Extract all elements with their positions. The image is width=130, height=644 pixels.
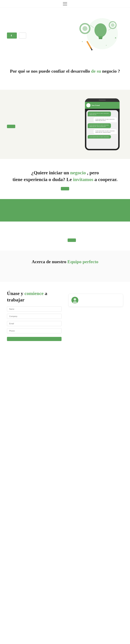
hero-primary-button[interactable]: ⬇: [7, 32, 17, 38]
download-icon: ⬇: [11, 34, 12, 37]
hero-left: ⬇: [7, 29, 26, 38]
about-section: Your Friend Lorem ipsum dolor sit amet c…: [0, 90, 130, 159]
chat-bubble-left2: Lorem ipsum dolor sit amet consectetur a…: [88, 123, 111, 128]
why-trust-title: Por qué se nos puede confiar el desarrol…: [7, 68, 123, 74]
join-left: Únase y comience a trabajar: [7, 290, 62, 341]
cta-btn[interactable]: [61, 187, 69, 190]
hamburger-menu[interactable]: [63, 2, 67, 6]
phone-group: [7, 328, 62, 334]
universities-layout: [7, 235, 123, 242]
why-trust-section: Por qué se nos puede confiar el desarrol…: [0, 60, 130, 90]
cta-section: ¿Quiere iniciar un negocio , perotiene e…: [0, 159, 130, 199]
universities-btn[interactable]: [68, 238, 76, 242]
email-group: [7, 321, 62, 326]
join-title: Únase y comience a trabajar: [7, 290, 62, 303]
chat-bubble-right1: Lorem ipsum dolor sit amet consectetur a…: [94, 118, 117, 122]
hero-video-button[interactable]: [19, 32, 26, 38]
team-section: Acerca de nuestro Equipo perfecto: [0, 250, 130, 282]
join-section: Únase y comience a trabajar: [0, 282, 130, 350]
hero-illustration: ✦ ✦ ●: [71, 15, 123, 53]
svg-rect-3: [99, 38, 102, 39]
company-input[interactable]: [7, 314, 62, 319]
phone-mockup: Your Friend Lorem ipsum dolor sit amet c…: [85, 98, 119, 150]
join-right: [68, 290, 123, 313]
svg-text:●: ●: [106, 44, 107, 46]
join-layout: Únase y comience a trabajar: [7, 290, 123, 341]
hero-image: ✦ ✦ ●: [71, 15, 123, 53]
phone-screen: Lorem ipsum dolor sit amet consectetur a…: [86, 110, 118, 149]
testimonial-card: [68, 294, 123, 306]
text-side: [68, 235, 123, 242]
svg-point-1: [94, 23, 107, 37]
top-nav: [0, 0, 130, 8]
chat-bubble-right2: Lorem ipsum dolor sit amet consectetur a…: [94, 129, 117, 134]
svg-rect-2: [98, 36, 103, 38]
name-input[interactable]: [7, 306, 62, 312]
svg-text:✦: ✦: [81, 40, 83, 43]
svg-text:✦: ✦: [114, 36, 117, 40]
chat-bubble-left3: Lorem ipsum dolor sit amet consectetur.: [88, 135, 111, 138]
cta-title: ¿Quiere iniciar un negocio , perotiene e…: [7, 169, 123, 183]
universities-section: [0, 222, 130, 250]
footer-note: [0, 350, 130, 356]
chat-bubble-left1: Lorem ipsum dolor sit amet consectetur a…: [88, 112, 111, 116]
team-title: Acerca de nuestro Equipo perfecto: [7, 259, 123, 264]
name-group: [7, 306, 62, 312]
svg-point-16: [74, 298, 76, 300]
submit-button[interactable]: [7, 337, 62, 341]
phone-input[interactable]: [7, 328, 62, 334]
hero-section: ⬇: [0, 8, 130, 60]
svg-point-5: [82, 26, 87, 31]
hero-buttons: ⬇: [7, 32, 26, 38]
about-btn[interactable]: [7, 125, 15, 128]
svg-point-7: [111, 23, 114, 27]
accordion-side: [7, 235, 62, 242]
join-form: [7, 306, 62, 341]
company-group: [7, 314, 62, 319]
email-input[interactable]: [7, 321, 62, 326]
testimonial-avatar-svg: [71, 297, 78, 304]
about-right: Your Friend Lorem ipsum dolor sit amet c…: [85, 98, 123, 150]
pricing-section: [0, 199, 130, 222]
testimonial-avatar: [71, 297, 78, 304]
about-left: [7, 120, 78, 128]
